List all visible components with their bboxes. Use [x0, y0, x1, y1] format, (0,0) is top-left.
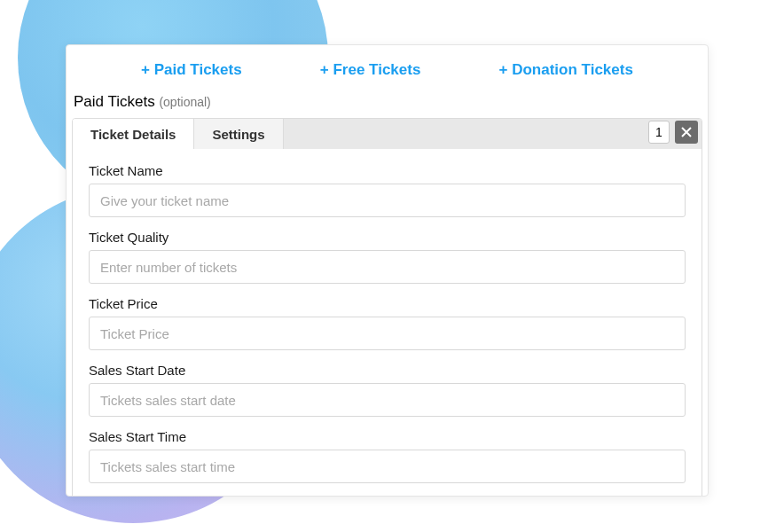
section-header: Paid Tickets (optional): [67, 93, 708, 118]
ticket-price-label: Ticket Price: [89, 296, 686, 311]
close-icon: [681, 127, 692, 137]
ticket-quality-label: Ticket Quality: [89, 230, 686, 245]
section-title: Paid Tickets: [74, 93, 155, 110]
tab-settings[interactable]: Settings: [194, 119, 283, 149]
add-paid-tickets-link[interactable]: + Paid Tickets: [141, 61, 242, 79]
ticket-counter: 1: [648, 121, 670, 144]
ticket-type-row: + Paid Tickets + Free Tickets + Donation…: [67, 45, 708, 93]
sales-start-time-input[interactable]: [89, 450, 686, 483]
ticket-name-label: Ticket Name: [89, 163, 686, 178]
add-free-tickets-link[interactable]: + Free Tickets: [320, 61, 421, 79]
ticket-panel: + Paid Tickets + Free Tickets + Donation…: [66, 44, 709, 497]
sales-start-date-label: Sales Start Date: [89, 363, 686, 378]
add-donation-tickets-link[interactable]: + Donation Tickets: [499, 61, 633, 79]
tab-ticket-details[interactable]: Ticket Details: [73, 119, 194, 149]
field-ticket-quality: Ticket Quality: [89, 230, 686, 284]
ticket-details-form: Ticket Name Ticket Quality Ticket Price …: [73, 149, 702, 497]
field-sales-start-date: Sales Start Date: [89, 363, 686, 417]
ticket-editor: Ticket Details Settings 1 Ticket Name Ti…: [72, 118, 702, 497]
field-ticket-name: Ticket Name: [89, 163, 686, 217]
field-sales-start-time: Sales Start Time: [89, 429, 686, 483]
section-optional-label: (optional): [159, 95, 210, 109]
ticket-name-input[interactable]: [89, 184, 686, 217]
tabs-bar: Ticket Details Settings 1: [73, 119, 702, 149]
tab-right-controls: 1: [648, 121, 698, 144]
ticket-quality-input[interactable]: [89, 250, 686, 284]
ticket-price-input[interactable]: [89, 317, 686, 350]
sales-start-time-label: Sales Start Time: [89, 429, 686, 444]
sales-start-date-input[interactable]: [89, 383, 686, 417]
close-ticket-button[interactable]: [675, 121, 698, 144]
field-ticket-price: Ticket Price: [89, 296, 686, 350]
